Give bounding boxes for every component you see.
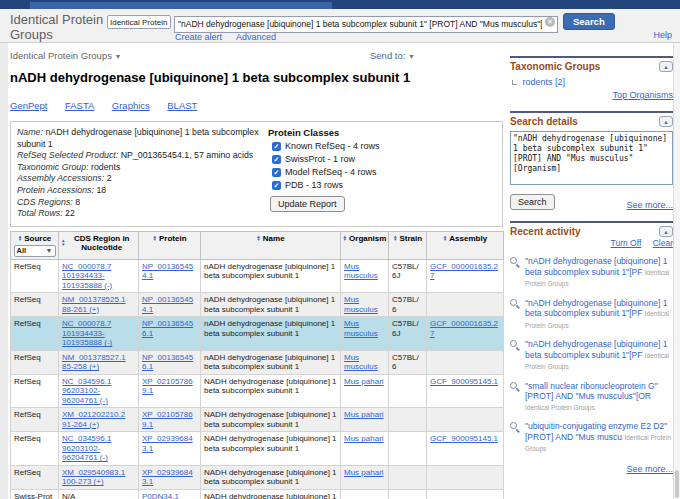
recent-activity-link[interactable]: "nADH dehydrogenase [ubiquinone] 1 beta … <box>525 298 673 332</box>
search-input[interactable] <box>174 16 558 33</box>
organism-link[interactable]: Mus pahari <box>344 410 384 419</box>
protein-accession-link[interactable]: NP_001365454.1 <box>142 262 193 281</box>
sort-cds[interactable]: ▲▼ CDS Region in Nucleotide <box>61 234 136 252</box>
organism-link[interactable]: Mus pahari <box>344 377 384 386</box>
recent-activity-link[interactable]: "ubiquitin-conjugating enzyme E2 D2" [PR… <box>525 421 673 455</box>
update-report-button[interactable]: Update Report <box>270 196 345 212</box>
recent-activity-item[interactable]: "nADH dehydrogenase [ubiquinone] 1 beta … <box>510 298 673 332</box>
send-to-menu[interactable]: Send to: ▼ <box>370 50 415 61</box>
sort-icon[interactable]: ▲▼ <box>18 235 22 242</box>
sort-icon[interactable]: ▲▼ <box>343 235 347 242</box>
recent-activity-link[interactable]: "nADH dehydrogenase [ubiquinone] 1 beta … <box>525 339 673 373</box>
protein-accession-link[interactable]: XP_029396843.1 <box>142 468 193 487</box>
sort-source[interactable]: ▲▼ Source <box>13 234 56 243</box>
search-button[interactable]: Search <box>563 13 615 30</box>
cds-region-link[interactable]: NC_034596.1 96203102-96204761 (-) <box>62 434 111 462</box>
protein-class-option[interactable]: Model RefSeq - 4 rows <box>272 167 496 177</box>
recent-activity-item[interactable]: "ubiquitin-conjugating enzyme E2 D2" [PR… <box>510 421 673 455</box>
clear-search-icon[interactable]: ✕ <box>545 17 555 27</box>
protein-accession-link[interactable]: XP_021057869.1 <box>142 410 193 429</box>
scrollbar-thumb[interactable] <box>675 470 679 498</box>
sort-icon[interactable]: ▲▼ <box>256 235 260 242</box>
cds-region-link[interactable]: NM_001378527.1 85-258 (+) <box>62 353 126 372</box>
create-alert-link[interactable]: Create alert <box>175 32 222 42</box>
table-row[interactable]: Swiss-Prot N/A P0DN34.1 NADH dehydrogena… <box>11 489 504 499</box>
recent-activity-link[interactable]: "small nuclear ribonucleoprotein G"[PROT… <box>525 381 673 414</box>
recent-activity-item[interactable]: "nADH dehydrogenase [ubiquinone] 1 beta … <box>510 256 673 290</box>
sort-icon[interactable]: ▲▼ <box>393 235 397 242</box>
table-row[interactable]: RefSeq XM_021202210.2 91-264 (+) XP_0210… <box>11 408 504 432</box>
sort-icon[interactable]: ▲▼ <box>152 235 156 242</box>
protein-accession-link[interactable]: NP_001365456.1 <box>142 319 193 338</box>
sort-protein[interactable]: ▲▼ Protein <box>141 234 198 243</box>
checkbox-checked-icon[interactable] <box>272 142 281 151</box>
source-filter-select[interactable]: All ▼ <box>14 245 56 257</box>
clear-link[interactable]: Clear <box>653 238 673 248</box>
organism-link[interactable]: Mus musculus <box>344 262 378 281</box>
format-link[interactable]: GenPept <box>10 100 48 111</box>
table-row[interactable]: RefSeq NC_000078.7 101934433-101935888 (… <box>11 317 504 351</box>
organism-link[interactable]: Mus musculus <box>344 319 378 338</box>
page-scrollbar[interactable] <box>673 43 680 499</box>
protein-class-option[interactable]: PDB - 13 rows <box>272 180 496 190</box>
organism-link[interactable]: Mus pahari <box>344 434 384 443</box>
organism-link[interactable]: Mus pahari <box>344 468 384 477</box>
search-details-query[interactable]: "nADH dehydrogenase [ubiquinone] 1 beta … <box>510 131 673 185</box>
cds-region-link[interactable]: NC_000078.7 101934433-101935888 (-) <box>62 262 112 290</box>
table-row[interactable]: RefSeq NC_034596.1 96203102-96204761 (-)… <box>11 374 504 408</box>
database-select[interactable]: Identical Protein ▼ <box>107 15 171 29</box>
search-details-search-button[interactable]: Search <box>510 194 555 210</box>
cds-region-link[interactable]: NC_034596.1 96203102-96204761 (-) <box>62 377 111 405</box>
help-link[interactable]: Help <box>653 30 672 40</box>
advanced-link[interactable]: Advanced <box>236 32 276 42</box>
cds-region-link[interactable]: NC_000078.7 101934433-101935888 (-) <box>62 319 112 347</box>
table-row[interactable]: RefSeq NM_001378525.1 88-261 (+) NP_0013… <box>11 293 504 317</box>
collapse-panel-icon[interactable]: ▲ <box>659 226 673 237</box>
protein-accession-link[interactable]: P0DN34.1 <box>142 492 179 499</box>
protein-accession-link[interactable]: XP_021057869.1 <box>142 377 193 396</box>
cds-region-link[interactable]: N/A <box>62 492 75 499</box>
format-link[interactable]: BLAST <box>167 100 197 111</box>
protein-accession-link[interactable]: NP_001365454.1 <box>142 295 193 314</box>
assembly-link[interactable]: GCF_900095145.1 <box>430 434 498 443</box>
recent-activity-see-more-link[interactable]: See more... <box>626 464 673 474</box>
checkbox-checked-icon[interactable] <box>272 181 281 190</box>
recent-activity-item[interactable]: "small nuclear ribonucleoprotein G"[PROT… <box>510 381 673 414</box>
collapse-panel-icon[interactable]: ▲ <box>659 61 673 72</box>
collapse-panel-icon[interactable]: ▲ <box>659 116 673 127</box>
protein-class-option[interactable]: SwissProt - 1 row <box>272 154 496 164</box>
table-row[interactable]: RefSeq XM_029540983.1 100-273 (+) XP_029… <box>11 465 504 489</box>
table-row[interactable]: RefSeq NM_001378527.1 85-258 (+) NP_0013… <box>11 350 504 374</box>
recent-activity-link[interactable]: "nADH dehydrogenase [ubiquinone] 1 beta … <box>525 256 673 290</box>
assembly-link[interactable]: GCF_000001635.27 <box>430 262 498 281</box>
top-organisms-link[interactable]: Top Organisms <box>612 90 673 100</box>
sort-icon[interactable]: ▲▼ <box>61 239 65 246</box>
checkbox-checked-icon[interactable] <box>272 155 281 164</box>
assembly-link[interactable]: GCF_000001635.27 <box>430 319 498 338</box>
sort-strain[interactable]: ▲▼ Strain <box>391 234 424 243</box>
turn-off-link[interactable]: Turn Off <box>611 238 642 248</box>
organism-link[interactable]: Mus musculus <box>344 353 378 372</box>
organism-link[interactable]: Mus musculus <box>344 295 378 314</box>
format-link[interactable]: FASTA <box>65 100 94 111</box>
sort-organism[interactable]: ▲▼ Organism <box>343 234 386 243</box>
sort-name[interactable]: ▲▼ Name <box>203 234 338 243</box>
cds-region-link[interactable]: NM_001378525.1 88-261 (+) <box>62 295 126 314</box>
cds-region-link[interactable]: XM_029540983.1 100-273 (+) <box>62 468 125 487</box>
protein-class-option[interactable]: Known RefSeq - 4 rows <box>272 141 496 151</box>
cds-region-link[interactable]: XM_021202210.2 91-264 (+) <box>62 410 125 429</box>
table-row[interactable]: RefSeq NC_034596.1 96203102-96204761 (-)… <box>11 432 504 466</box>
recent-activity-item[interactable]: "nADH dehydrogenase [ubiquinone] 1 beta … <box>510 339 673 373</box>
assembly-link[interactable]: GCF_900095145.1 <box>430 377 498 386</box>
protein-classes: Protein Classes Known RefSeq - 4 rows Sw… <box>264 127 496 220</box>
protein-accession-link[interactable]: XP_029396843.1 <box>142 434 193 453</box>
protein-accession-link[interactable]: NP_001365456.1 <box>142 353 193 372</box>
format-link[interactable]: Graphics <box>112 100 150 111</box>
checkbox-checked-icon[interactable] <box>272 168 281 177</box>
sort-assembly[interactable]: ▲▼ Assembly <box>429 234 501 243</box>
sort-icon[interactable]: ▲▼ <box>443 235 447 242</box>
taxonomic-group-link[interactable]: rodents [2] <box>523 77 566 87</box>
breadcrumb[interactable]: Identical Protein Groups ▼ <box>10 50 122 61</box>
table-row[interactable]: RefSeq NC_000078.7 101934433-101935888 (… <box>11 259 504 293</box>
search-details-see-more-link[interactable]: See more... <box>626 200 673 210</box>
